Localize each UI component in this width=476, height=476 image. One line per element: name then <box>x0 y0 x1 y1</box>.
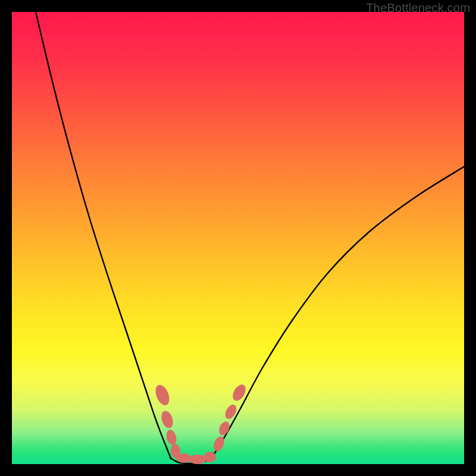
curve-marker <box>165 428 178 446</box>
curve-marker <box>153 383 172 408</box>
curve-marker <box>189 455 206 464</box>
curve-marker <box>159 409 175 430</box>
curve-marker <box>223 403 239 421</box>
bottleneck-curve-svg <box>12 12 464 464</box>
curve-markers-group <box>153 383 248 464</box>
watermark-text: TheBottleneck.com <box>366 1 470 15</box>
bottleneck-curve <box>36 12 464 464</box>
gradient-plot-area <box>12 12 464 464</box>
